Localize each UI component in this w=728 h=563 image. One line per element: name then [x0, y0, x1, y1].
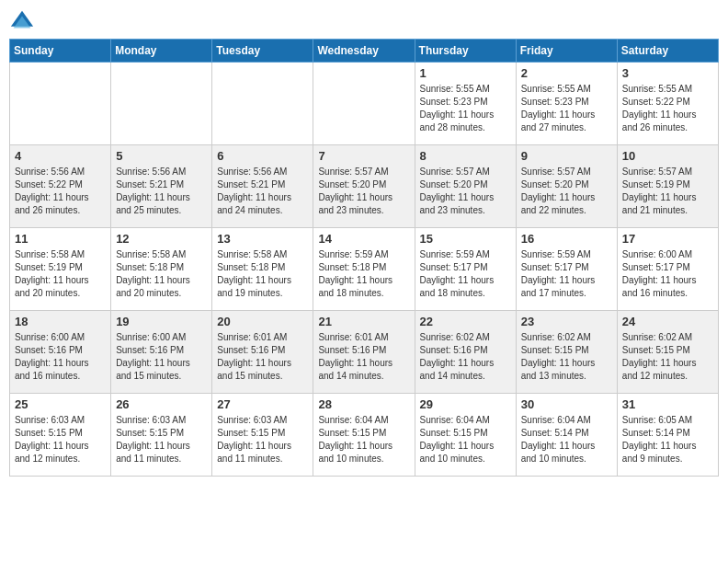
day-number: 27	[217, 397, 308, 411]
day-info: Sunrise: 5:56 AM Sunset: 5:22 PM Dayligh…	[15, 166, 106, 217]
day-number: 3	[622, 66, 713, 80]
day-info: Sunrise: 5:59 AM Sunset: 5:17 PM Dayligh…	[420, 248, 511, 300]
day-info: Sunrise: 5:55 AM Sunset: 5:22 PM Dayligh…	[622, 83, 713, 134]
day-number: 22	[420, 315, 511, 328]
day-cell: 17Sunrise: 6:00 AM Sunset: 5:17 PM Dayli…	[617, 228, 718, 311]
day-number: 17	[622, 232, 713, 246]
day-number: 13	[217, 232, 308, 246]
day-number: 15	[420, 232, 511, 246]
col-header-friday: Friday	[516, 40, 617, 63]
day-cell: 1Sunrise: 5:55 AM Sunset: 5:23 PM Daylig…	[415, 63, 516, 145]
day-cell: 23Sunrise: 6:02 AM Sunset: 5:15 PM Dayli…	[516, 311, 617, 394]
day-number: 14	[318, 232, 409, 246]
day-cell: 22Sunrise: 6:02 AM Sunset: 5:16 PM Dayli…	[415, 311, 516, 394]
day-cell: 14Sunrise: 5:59 AM Sunset: 5:18 PM Dayli…	[313, 228, 415, 311]
day-cell: 27Sunrise: 6:03 AM Sunset: 5:15 PM Dayli…	[212, 394, 313, 477]
day-info: Sunrise: 5:57 AM Sunset: 5:20 PM Dayligh…	[318, 166, 409, 217]
week-row-2: 4Sunrise: 5:56 AM Sunset: 5:22 PM Daylig…	[10, 145, 719, 228]
day-number: 10	[622, 149, 713, 163]
day-number: 30	[521, 397, 612, 411]
day-number: 2	[521, 66, 612, 80]
day-cell: 9Sunrise: 5:57 AM Sunset: 5:20 PM Daylig…	[516, 145, 617, 228]
day-cell: 11Sunrise: 5:58 AM Sunset: 5:19 PM Dayli…	[10, 228, 111, 311]
day-info: Sunrise: 6:04 AM Sunset: 5:15 PM Dayligh…	[420, 414, 511, 465]
day-number: 20	[217, 315, 308, 328]
day-cell: 8Sunrise: 5:57 AM Sunset: 5:20 PM Daylig…	[415, 145, 516, 228]
day-cell: 26Sunrise: 6:03 AM Sunset: 5:15 PM Dayli…	[111, 394, 212, 477]
day-info: Sunrise: 5:59 AM Sunset: 5:17 PM Dayligh…	[521, 248, 612, 300]
day-cell: 12Sunrise: 5:58 AM Sunset: 5:18 PM Dayli…	[111, 228, 212, 311]
day-cell: 18Sunrise: 6:00 AM Sunset: 5:16 PM Dayli…	[10, 311, 111, 394]
day-cell	[212, 63, 313, 145]
day-info: Sunrise: 5:55 AM Sunset: 5:23 PM Dayligh…	[420, 83, 511, 134]
logo-icon	[9, 9, 35, 35]
day-cell: 5Sunrise: 5:56 AM Sunset: 5:21 PM Daylig…	[111, 145, 212, 228]
day-number: 31	[622, 397, 713, 411]
day-number: 21	[318, 315, 409, 328]
day-cell	[111, 63, 212, 145]
day-number: 29	[420, 397, 511, 411]
day-number: 23	[521, 315, 612, 328]
day-cell: 10Sunrise: 5:57 AM Sunset: 5:19 PM Dayli…	[617, 145, 718, 228]
day-info: Sunrise: 5:57 AM Sunset: 5:20 PM Dayligh…	[521, 166, 612, 217]
day-cell: 19Sunrise: 6:00 AM Sunset: 5:16 PM Dayli…	[111, 311, 212, 394]
day-info: Sunrise: 5:56 AM Sunset: 5:21 PM Dayligh…	[217, 166, 308, 217]
day-number: 1	[420, 66, 511, 80]
day-cell: 7Sunrise: 5:57 AM Sunset: 5:20 PM Daylig…	[313, 145, 415, 228]
day-info: Sunrise: 6:00 AM Sunset: 5:17 PM Dayligh…	[622, 248, 713, 300]
header-row: SundayMondayTuesdayWednesdayThursdayFrid…	[10, 40, 719, 63]
col-header-tuesday: Tuesday	[212, 40, 313, 63]
col-header-sunday: Sunday	[10, 40, 111, 63]
day-cell: 3Sunrise: 5:55 AM Sunset: 5:22 PM Daylig…	[617, 63, 718, 145]
day-cell: 13Sunrise: 5:58 AM Sunset: 5:18 PM Dayli…	[212, 228, 313, 311]
day-info: Sunrise: 6:05 AM Sunset: 5:14 PM Dayligh…	[622, 414, 713, 465]
day-info: Sunrise: 6:04 AM Sunset: 5:14 PM Dayligh…	[521, 414, 612, 465]
day-info: Sunrise: 6:02 AM Sunset: 5:15 PM Dayligh…	[622, 331, 713, 383]
day-number: 4	[15, 149, 106, 163]
day-cell: 31Sunrise: 6:05 AM Sunset: 5:14 PM Dayli…	[617, 394, 718, 477]
day-cell: 24Sunrise: 6:02 AM Sunset: 5:15 PM Dayli…	[617, 311, 718, 394]
day-cell: 2Sunrise: 5:55 AM Sunset: 5:23 PM Daylig…	[516, 63, 617, 145]
col-header-thursday: Thursday	[415, 40, 516, 63]
day-info: Sunrise: 5:59 AM Sunset: 5:18 PM Dayligh…	[318, 248, 409, 300]
day-cell	[313, 63, 415, 145]
week-row-4: 18Sunrise: 6:00 AM Sunset: 5:16 PM Dayli…	[10, 311, 719, 394]
day-cell: 15Sunrise: 5:59 AM Sunset: 5:17 PM Dayli…	[415, 228, 516, 311]
day-info: Sunrise: 5:57 AM Sunset: 5:20 PM Dayligh…	[420, 166, 511, 217]
day-info: Sunrise: 5:55 AM Sunset: 5:23 PM Dayligh…	[521, 83, 612, 134]
day-cell: 25Sunrise: 6:03 AM Sunset: 5:15 PM Dayli…	[10, 394, 111, 477]
col-header-wednesday: Wednesday	[313, 40, 415, 63]
day-number: 9	[521, 149, 612, 163]
day-info: Sunrise: 5:56 AM Sunset: 5:21 PM Dayligh…	[116, 166, 207, 217]
day-info: Sunrise: 6:02 AM Sunset: 5:16 PM Dayligh…	[420, 331, 511, 383]
day-info: Sunrise: 5:58 AM Sunset: 5:19 PM Dayligh…	[15, 248, 106, 300]
day-number: 25	[15, 397, 106, 411]
day-cell: 4Sunrise: 5:56 AM Sunset: 5:22 PM Daylig…	[10, 145, 111, 228]
day-info: Sunrise: 6:02 AM Sunset: 5:15 PM Dayligh…	[521, 331, 612, 383]
col-header-saturday: Saturday	[617, 40, 718, 63]
week-row-5: 25Sunrise: 6:03 AM Sunset: 5:15 PM Dayli…	[10, 394, 719, 477]
day-cell: 30Sunrise: 6:04 AM Sunset: 5:14 PM Dayli…	[516, 394, 617, 477]
week-row-3: 11Sunrise: 5:58 AM Sunset: 5:19 PM Dayli…	[10, 228, 719, 311]
day-info: Sunrise: 6:03 AM Sunset: 5:15 PM Dayligh…	[217, 414, 308, 465]
day-info: Sunrise: 6:01 AM Sunset: 5:16 PM Dayligh…	[217, 331, 308, 383]
day-number: 16	[521, 232, 612, 246]
day-info: Sunrise: 5:58 AM Sunset: 5:18 PM Dayligh…	[116, 248, 207, 300]
day-info: Sunrise: 6:00 AM Sunset: 5:16 PM Dayligh…	[15, 331, 106, 383]
col-header-monday: Monday	[111, 40, 212, 63]
week-row-1: 1Sunrise: 5:55 AM Sunset: 5:23 PM Daylig…	[10, 63, 719, 145]
page-header	[9, 9, 719, 35]
day-number: 28	[318, 397, 409, 411]
calendar-table: SundayMondayTuesdayWednesdayThursdayFrid…	[9, 39, 719, 477]
day-info: Sunrise: 5:57 AM Sunset: 5:19 PM Dayligh…	[622, 166, 713, 217]
day-number: 19	[116, 315, 207, 328]
day-number: 26	[116, 397, 207, 411]
day-number: 7	[318, 149, 409, 163]
day-number: 11	[15, 232, 106, 246]
day-cell: 28Sunrise: 6:04 AM Sunset: 5:15 PM Dayli…	[313, 394, 415, 477]
day-info: Sunrise: 6:00 AM Sunset: 5:16 PM Dayligh…	[116, 331, 207, 383]
day-cell: 16Sunrise: 5:59 AM Sunset: 5:17 PM Dayli…	[516, 228, 617, 311]
day-info: Sunrise: 6:03 AM Sunset: 5:15 PM Dayligh…	[15, 414, 106, 465]
day-cell	[10, 63, 111, 145]
day-cell: 29Sunrise: 6:04 AM Sunset: 5:15 PM Dayli…	[415, 394, 516, 477]
